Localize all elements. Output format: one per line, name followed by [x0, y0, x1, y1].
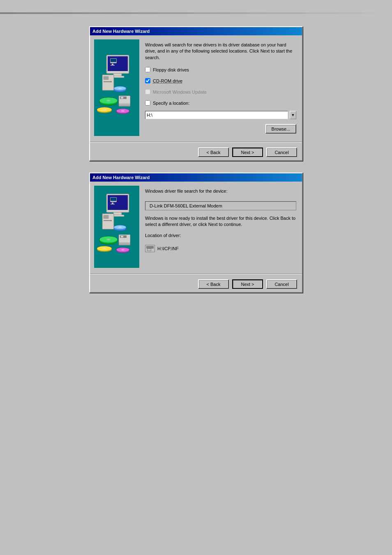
- checkbox-specify[interactable]: [145, 100, 150, 106]
- computer-illustration-2: [96, 190, 137, 264]
- browse-button[interactable]: Browse...: [265, 124, 296, 134]
- svg-rect-42: [104, 220, 112, 221]
- dialog-1-separator: [90, 142, 302, 143]
- svg-point-58: [103, 248, 106, 249]
- dialog-1-description: Windows will search for new drivers in i…: [145, 42, 296, 61]
- svg-rect-2: [113, 74, 122, 76]
- svg-rect-38: [111, 204, 115, 205]
- svg-point-55: [118, 227, 122, 228]
- svg-rect-33: [113, 212, 122, 215]
- dialog-1-titlebar: Add New Hardware Wizard: [90, 27, 302, 35]
- svg-rect-6: [112, 64, 113, 65]
- svg-rect-51: [121, 236, 123, 237]
- dialog-1: Add New Hardware Wizard: [89, 26, 303, 161]
- checkbox-floppy-row: Floppy disk drives: [145, 67, 296, 72]
- svg-point-24: [118, 88, 122, 89]
- dialog-2-content: Windows driver file search for the devic…: [143, 186, 298, 268]
- location-dropdown-btn[interactable]: ▼: [290, 111, 296, 119]
- driver-path: H:\ICP.INF: [157, 246, 179, 251]
- checkbox-floppy-label[interactable]: Floppy disk drives: [153, 67, 189, 72]
- checkbox-floppy[interactable]: [145, 67, 150, 72]
- svg-rect-20: [121, 97, 123, 99]
- dialog-2-cancel-button[interactable]: Cancel: [266, 279, 297, 289]
- location-input[interactable]: [145, 111, 288, 119]
- svg-point-61: [121, 249, 125, 251]
- dialog-1-content: Windows will search for new drivers in i…: [143, 39, 298, 136]
- location-input-row: ▼: [145, 111, 296, 119]
- dialog-2-body: Windows driver file search for the devic…: [90, 182, 302, 272]
- checkbox-winupdate-label: Microsoft Windows Update: [153, 90, 207, 94]
- svg-rect-5: [111, 59, 116, 62]
- svg-rect-40: [104, 215, 108, 219]
- svg-point-27: [103, 109, 106, 110]
- computer-illustration: [96, 51, 137, 125]
- device-name-box: D-Link DFM-560EL External Modem: [145, 201, 296, 210]
- checkbox-specify-row: Specify a location:: [145, 100, 296, 106]
- svg-point-30: [121, 110, 125, 111]
- checkbox-winupdate-row: Microsoft Windows Update: [145, 89, 296, 94]
- dialog-1-title: Add New Hardware Wizard: [92, 29, 150, 34]
- checkbox-specify-label[interactable]: Specify a location:: [153, 101, 189, 106]
- svg-point-46: [106, 239, 111, 240]
- dialog-1-illustration: [94, 39, 139, 136]
- dialog-1-body: Windows will search for new drivers in i…: [90, 35, 302, 140]
- dialog-1-back-button[interactable]: < Back: [198, 147, 229, 157]
- device-name: D-Link DFM-560EL External Modem: [150, 203, 222, 208]
- checkbox-winupdate[interactable]: [145, 89, 150, 94]
- dialog-2: Add New Hardware Wizard: [89, 173, 303, 293]
- checkbox-cdrom-row: CD-ROM drive: [145, 78, 296, 83]
- svg-rect-11: [104, 81, 112, 82]
- svg-rect-36: [111, 198, 116, 201]
- browse-btn-row: Browse...: [145, 124, 296, 134]
- dialog-2-buttons: < Back Next > Cancel: [90, 276, 302, 292]
- dialog-2-description: Windows is now ready to install the best…: [145, 215, 296, 228]
- svg-rect-7: [111, 65, 115, 66]
- dialog-2-separator: [90, 274, 302, 274]
- checkbox-cdrom[interactable]: [145, 78, 150, 83]
- dialog-1-cancel-button[interactable]: Cancel: [266, 147, 297, 157]
- dialog-2-search-label: Windows driver file search for the devic…: [145, 188, 296, 194]
- driver-location-row: H:\ICP.INF: [145, 245, 296, 252]
- svg-point-15: [106, 100, 111, 101]
- dialog-2-next-button[interactable]: Next >: [232, 279, 263, 289]
- dialog-1-next-button[interactable]: Next >: [232, 147, 263, 157]
- svg-rect-37: [112, 203, 113, 204]
- dialog-1-buttons: < Back Next > Cancel: [90, 144, 302, 160]
- dialog-2-back-button[interactable]: < Back: [198, 279, 229, 289]
- dialog-2-location-label: Location of driver:: [145, 233, 296, 239]
- floppy-disk-icon: [145, 245, 155, 252]
- checkbox-cdrom-label[interactable]: CD-ROM drive: [153, 78, 182, 83]
- svg-rect-9: [104, 76, 108, 80]
- dialog-2-titlebar: Add New Hardware Wizard: [90, 173, 302, 182]
- dialog-2-title: Add New Hardware Wizard: [92, 175, 150, 180]
- dialog-2-illustration: [94, 186, 139, 268]
